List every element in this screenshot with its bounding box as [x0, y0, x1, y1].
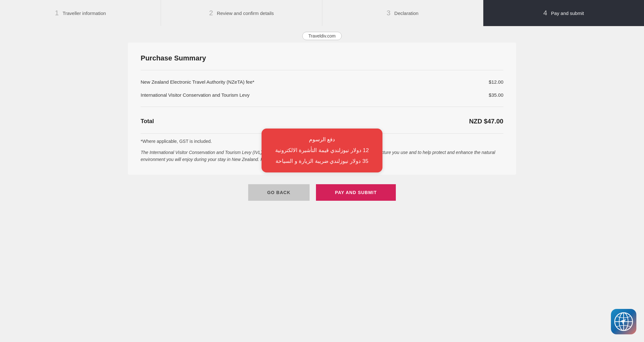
divider-mid — [141, 107, 503, 107]
purchase-title: Purchase Summary — [141, 54, 503, 62]
total-amount: NZD $47.00 — [469, 118, 503, 125]
go-back-button[interactable]: GO BACK — [248, 184, 310, 201]
buttons-row: GO BACK PAY AND SUBMIT — [128, 184, 516, 201]
arabic-line-2: 12 دولار نيوزلندي قيمة التأشيرة الالكترو… — [270, 145, 374, 156]
fee-amount-1: $12.00 — [489, 79, 503, 85]
step-4-label: Pay and submit — [551, 10, 584, 16]
app-icon — [611, 309, 636, 334]
pay-submit-button[interactable]: PAY AND SUBMIT — [316, 184, 396, 201]
fee-label-1: New Zealand Electronic Travel Authority … — [141, 79, 254, 85]
step-2-label: Review and confirm details — [217, 10, 274, 16]
total-row: Total NZD $47.00 — [141, 112, 503, 128]
arabic-line-1: دفع الرسوم — [270, 134, 374, 145]
step-2[interactable]: 2 Review and confirm details — [161, 0, 322, 26]
divider-top — [141, 70, 503, 70]
watermark-container: Traveldiv.com — [0, 26, 644, 43]
main-content: Purchase Summary New Zealand Electronic … — [115, 43, 529, 213]
step-3[interactable]: 3 Declaration — [322, 0, 483, 26]
step-2-number: 2 — [209, 9, 213, 17]
step-1-number: 1 — [55, 9, 59, 17]
fee-row-2: International Visitor Conservation and T… — [141, 88, 503, 101]
step-4[interactable]: 4 Pay and submit — [483, 0, 644, 26]
fee-label-2: International Visitor Conservation and T… — [141, 92, 249, 98]
purchase-card: Purchase Summary New Zealand Electronic … — [128, 43, 516, 175]
step-1-label: Traveller information — [63, 10, 106, 16]
step-4-number: 4 — [543, 9, 547, 17]
fee-amount-2: $35.00 — [489, 92, 503, 98]
arabic-line-3: 35 دولار نيوزلندي ضريبة الزيارة و السياح… — [270, 156, 374, 167]
step-3-label: Declaration — [394, 10, 418, 16]
step-1[interactable]: 1 Traveller information — [0, 0, 161, 26]
step-3-number: 3 — [387, 9, 390, 17]
watermark-text: Traveldiv.com — [302, 32, 342, 40]
steps-bar: 1 Traveller information 2 Review and con… — [0, 0, 644, 26]
fee-row-1: New Zealand Electronic Travel Authority … — [141, 75, 503, 88]
total-label: Total — [141, 118, 154, 125]
arabic-overlay: دفع الرسوم 12 دولار نيوزلندي قيمة التأشي… — [262, 129, 382, 172]
